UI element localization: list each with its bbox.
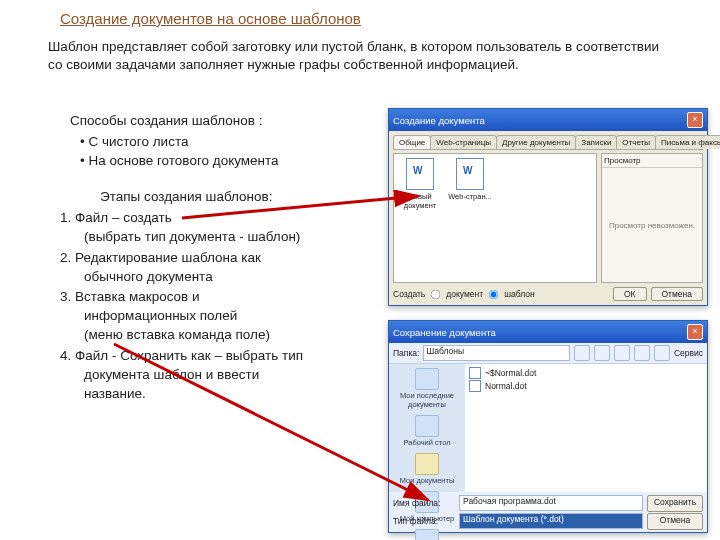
ok-button[interactable]: ОК (613, 287, 647, 301)
page-title: Создание документов на основе шаблонов (60, 10, 361, 27)
methods-item: С чистого листа (74, 133, 380, 152)
views-icon[interactable] (654, 345, 670, 361)
steps-heading: Этапы создания шаблонов: (60, 188, 378, 207)
filetype-dropdown[interactable]: Шаблон документа (*.dot) (459, 513, 643, 529)
places-bar: Мои последние документы Рабочий стол Мои… (389, 364, 465, 492)
service-menu[interactable]: Сервис (674, 348, 703, 358)
delete-icon[interactable] (614, 345, 630, 361)
cancel-button[interactable]: Отмена (647, 513, 703, 530)
tab-web[interactable]: Web-страницы (430, 135, 497, 149)
tab-notes[interactable]: Записки (575, 135, 617, 149)
tab-other[interactable]: Другие документы (496, 135, 576, 149)
intro-text: Шаблон представляет собой заготовку или … (48, 38, 668, 74)
folder-label: Папка: (393, 348, 419, 358)
create-type-group: Создать документ шаблон (393, 288, 535, 301)
create-document-dialog: Создание документа × Общие Web-страницы … (388, 108, 708, 306)
radio-document[interactable] (431, 289, 441, 299)
template-item[interactable]: Web-стран... (448, 158, 492, 201)
tab-letters[interactable]: Письма и факсы (655, 135, 720, 149)
radio-template[interactable] (489, 289, 499, 299)
file-icon (469, 380, 481, 392)
file-icon (469, 367, 481, 379)
tab-bar: Общие Web-страницы Другие документы Запи… (393, 135, 703, 150)
save-document-dialog: Сохранение документа × Папка: Шаблоны Се… (388, 320, 708, 533)
place-recent[interactable]: Мои последние документы (391, 366, 463, 411)
tab-reports[interactable]: Отчеты (616, 135, 656, 149)
template-icon-area: Новый документ Web-стран... (393, 153, 597, 283)
file-item[interactable]: Normal.dot (469, 379, 703, 392)
close-icon[interactable]: × (687, 324, 703, 340)
dialog-title: Сохранение документа (393, 327, 496, 338)
methods-block: Способы создания шаблонов : С чистого ли… (70, 112, 380, 171)
folder-dropdown[interactable]: Шаблоны (423, 345, 569, 361)
document-icon (456, 158, 484, 190)
filename-input[interactable]: Рабочая программа.dot (459, 495, 643, 511)
template-item[interactable]: Новый документ (398, 158, 442, 210)
save-button[interactable]: Сохранить (647, 495, 703, 512)
file-list: ~$Normal.dot Normal.dot (465, 364, 707, 492)
place-desktop[interactable]: Рабочий стол (391, 413, 463, 449)
cancel-button[interactable]: Отмена (651, 287, 704, 301)
filename-label: Имя файла: (393, 498, 455, 508)
place-network[interactable]: Мое сетевое окружение (391, 527, 463, 540)
dialog-title: Создание документа (393, 115, 485, 126)
methods-item: На основе готового документа (74, 152, 380, 171)
place-mydocs[interactable]: Мои документы (391, 451, 463, 487)
steps-block: Этапы создания шаблонов: 1. Файл – созда… (60, 188, 378, 404)
newfolder-icon[interactable] (634, 345, 650, 361)
up-icon[interactable] (594, 345, 610, 361)
document-icon (406, 158, 434, 190)
tab-general[interactable]: Общие (393, 135, 431, 149)
filetype-label: Тип файла: (393, 516, 455, 526)
file-item[interactable]: ~$Normal.dot (469, 366, 703, 379)
close-icon[interactable]: × (687, 112, 703, 128)
back-icon[interactable] (574, 345, 590, 361)
methods-heading: Способы создания шаблонов : (70, 112, 380, 131)
preview-pane: Просмотр Просмотр невозможен. (601, 153, 703, 283)
